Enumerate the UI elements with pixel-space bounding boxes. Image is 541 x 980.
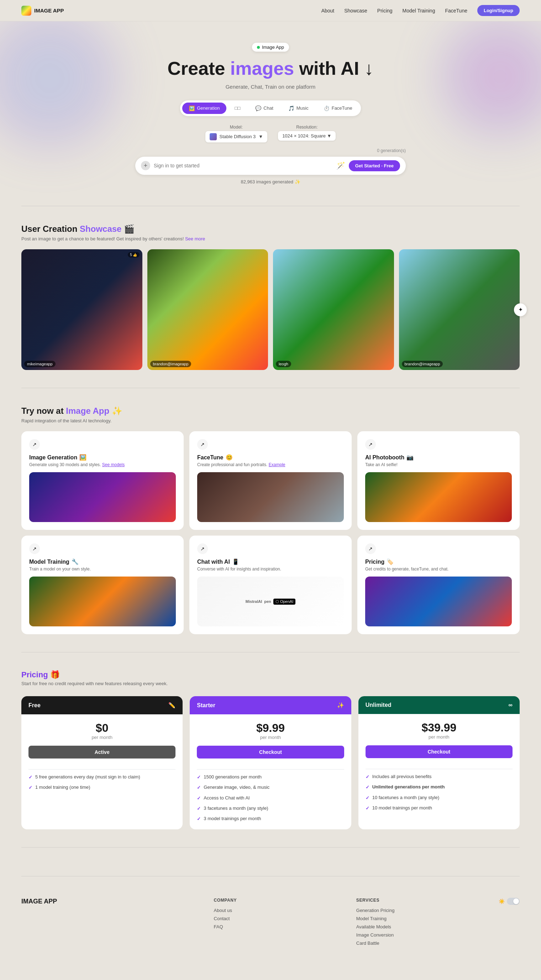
tab-generation[interactable]: 🖼️ Generation: [182, 103, 226, 114]
card-thumb-4: [29, 576, 176, 627]
generation-icon: 🖼️: [189, 105, 195, 111]
nav-about[interactable]: About: [321, 8, 335, 14]
theme-toggle-track[interactable]: [507, 898, 520, 905]
card-link-arrow-4[interactable]: ↗: [29, 543, 40, 554]
model-row: Model: Stable Diffusion 3 ▼ Resolution: …: [21, 125, 520, 142]
plan-wand-icon: ✨: [337, 702, 344, 709]
tab-chat[interactable]: 💬 Chat: [249, 103, 279, 114]
tab-facetune[interactable]: ⏱️ FaceTune: [317, 103, 359, 114]
showcase-label-4: brandon@imageapp: [402, 361, 443, 367]
showcase-section: User Creation Showcase 🎬 Post an image t…: [0, 206, 541, 388]
chat-icon: 💬: [255, 105, 261, 111]
tab-grid-label: □□: [235, 105, 241, 111]
card-link-arrow-6[interactable]: ↗: [365, 543, 376, 554]
card-desc-1: Generate using 30 models and styles. See…: [29, 462, 176, 467]
footer-faq-link[interactable]: FAQ: [214, 924, 342, 929]
plan-card-unlimited: Unlimited ∞ $39.99 per month Checkout ✓I…: [359, 696, 520, 829]
footer-image-conversion-link[interactable]: Image Conversion: [356, 932, 484, 938]
pricing-section: Pricing 🎁 Start for free no credit requi…: [0, 652, 541, 847]
card-thumb-3: [365, 472, 512, 522]
card-link-arrow-5[interactable]: ↗: [197, 543, 208, 554]
card-thumb-2: [197, 472, 344, 522]
feature-card-chat: ↗ Chat with AI 📱 Converse with AI for in…: [189, 536, 352, 634]
prompt-input[interactable]: [154, 163, 333, 169]
model-chevron-icon: ▼: [259, 134, 263, 139]
plan-btn-starter[interactable]: Checkout: [197, 746, 344, 759]
model-icon: [209, 133, 217, 140]
footer-company-heading: COMPANY: [214, 898, 342, 903]
card-title-3: AI Photobooth 📷: [365, 454, 512, 461]
card-desc-2: Create professional and fun portraits. E…: [197, 462, 344, 467]
wand-icon[interactable]: 🪄: [336, 161, 345, 170]
plan-body-unlimited: $39.99 per month Checkout ✓Includes all …: [359, 714, 520, 819]
nav-model-training[interactable]: Model Training: [403, 8, 435, 14]
showcase-item-3[interactable]: leogh: [273, 249, 394, 370]
plan-feature-free-1: ✓5 free generations every day (must sign…: [29, 774, 176, 781]
footer-gen-pricing-link[interactable]: Generation Pricing: [356, 908, 484, 913]
plan-feature-starter-4: ✓3 facetunes a month (any style): [197, 805, 344, 812]
showcase-sub-text: Post an image to get a chance to be feat…: [21, 236, 184, 242]
plan-features-unlimited: ✓Includes all previous benefits ✓Unlimit…: [365, 773, 512, 811]
footer-contact-link[interactable]: Contact: [214, 916, 342, 921]
tab-grid[interactable]: □□: [228, 103, 247, 114]
plan-name-free: Free: [29, 702, 41, 709]
hero-section: Image App Create images with AI ↓ Genera…: [0, 21, 541, 206]
resolution-value: 1024 × 1024: Square ▼: [282, 133, 332, 138]
plan-card-free: Free ✏️ $0 per month Active ✓5 free gene…: [21, 696, 182, 829]
resolution-selector[interactable]: 1024 × 1024: Square ▼: [278, 131, 336, 141]
generation-count: 0 generation(s): [135, 148, 406, 153]
showcase-item-2[interactable]: brandon@imageapp: [148, 249, 268, 370]
tab-music[interactable]: 🎵 Music: [282, 103, 315, 114]
tab-music-label: Music: [297, 105, 309, 111]
feature-card-photobooth: ↗ AI Photobooth 📷 Take an AI selfie!: [357, 431, 520, 530]
add-attachment-button[interactable]: +: [141, 161, 150, 170]
plan-btn-free[interactable]: Active: [29, 746, 176, 759]
plan-divider-unlimited: [365, 769, 512, 769]
footer-grid: IMAGE APP COMPANY About us Contact FAQ S…: [21, 898, 520, 949]
card-link-arrow-2[interactable]: ↗: [197, 439, 208, 450]
showcase-item-1[interactable]: 5 👍 mikeimageapp: [21, 249, 142, 370]
showcase-item-4[interactable]: brandon@imageapp: [399, 249, 520, 370]
example-link[interactable]: Example: [269, 462, 286, 467]
badge-dot: [257, 46, 260, 49]
footer-model-training-link[interactable]: Model Training: [356, 916, 484, 921]
login-button[interactable]: Login/Signup: [477, 5, 520, 16]
card-link-arrow-3[interactable]: ↗: [365, 439, 376, 450]
showcase-count-1: 5 👍: [128, 252, 139, 258]
facetune-icon: ⏱️: [324, 105, 330, 111]
card-desc-6: Get credits to generate, faceTune, and c…: [365, 566, 512, 571]
card-link-arrow-1[interactable]: ↗: [29, 439, 40, 450]
plan-divider-free: [29, 769, 176, 770]
nav-showcase[interactable]: Showcase: [344, 8, 367, 14]
footer-card-battle-link[interactable]: Card Battle: [356, 940, 484, 946]
mode-tabs: 🖼️ Generation □□ 💬 Chat 🎵 Music ⏱️ FaceT…: [180, 100, 361, 116]
showcase-scroll-button[interactable]: ✦: [514, 304, 527, 316]
plan-infinite-icon: ∞: [509, 702, 512, 708]
model-selector[interactable]: Stable Diffusion 3 ▼: [205, 131, 268, 142]
plan-features-free: ✓5 free generations every day (must sign…: [29, 774, 176, 791]
showcase-label-3: leogh: [276, 361, 291, 367]
card-title-1: Image Generation 🖼️: [29, 454, 176, 461]
plan-divider-starter: [197, 769, 344, 770]
footer-available-models-link[interactable]: Available Models: [356, 924, 484, 929]
title-end: with AI ↓: [294, 58, 373, 79]
showcase-subtitle: Post an image to get a chance to be feat…: [21, 236, 520, 242]
get-started-button[interactable]: Get Started · Free: [349, 160, 400, 171]
title-start: Create: [168, 58, 230, 79]
nav-pricing[interactable]: Pricing: [377, 8, 393, 14]
model-label: Model:: [205, 125, 268, 130]
plan-btn-unlimited[interactable]: Checkout: [365, 745, 512, 758]
see-more-link[interactable]: See more: [185, 236, 205, 242]
price-amount-unlimited: $39.99: [365, 721, 512, 734]
hero-subtitle: Generate, Chat, Train on one platform: [21, 84, 520, 90]
resolution-selector-group: Resolution: 1024 × 1024: Square ▼: [278, 125, 336, 142]
card-thumb-5: MistralAI pen ⬡ OpenAI: [197, 576, 344, 627]
card-header-6: ↗: [365, 543, 512, 554]
images-generated-count: 82,963 images generated ✨: [21, 179, 520, 185]
nav-facetune[interactable]: FaceTune: [445, 8, 467, 14]
prompt-row: + 🪄 Get Started · Free: [21, 157, 520, 175]
see-models-link[interactable]: See models: [102, 462, 125, 467]
plan-header-unlimited: Unlimited ∞: [359, 696, 520, 714]
footer-about-link[interactable]: About us: [214, 908, 342, 913]
card-header-4: ↗: [29, 543, 176, 554]
